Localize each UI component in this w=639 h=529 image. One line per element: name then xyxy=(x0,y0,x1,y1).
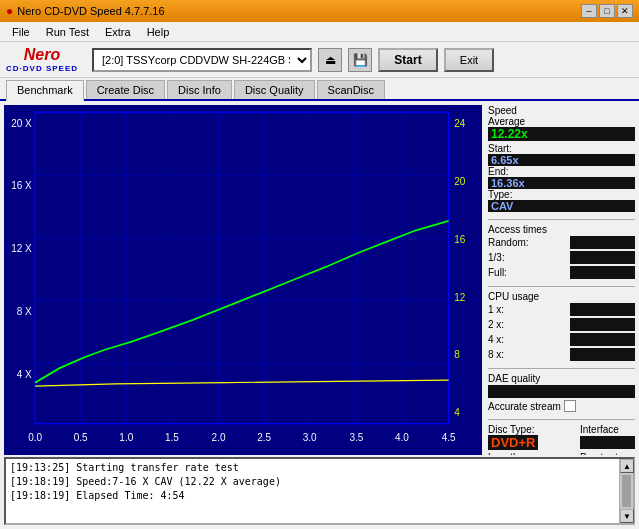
logo-nero: Nero xyxy=(24,46,60,64)
cpu-1x-bar xyxy=(570,303,635,316)
logo: Nero CD·DVD SPEED xyxy=(6,46,78,73)
menu-help[interactable]: Help xyxy=(139,24,178,40)
svg-text:0.0: 0.0 xyxy=(28,431,42,442)
scroll-thumb[interactable] xyxy=(622,475,631,507)
chart-area: 20 X 16 X 12 X 8 X 4 X 24 20 16 12 8 4 xyxy=(4,105,482,455)
cpu-4x-label: 4 x: xyxy=(488,334,504,345)
dae-section: DAE quality Accurate stream xyxy=(488,373,635,412)
menu-bar: File Run Test Extra Help xyxy=(0,22,639,42)
log-entry-2: [19:18:19] Speed:7-16 X CAV (12.22 X ave… xyxy=(10,475,615,489)
svg-text:2.0: 2.0 xyxy=(212,431,226,442)
svg-text:12: 12 xyxy=(454,291,465,302)
menu-run-test[interactable]: Run Test xyxy=(38,24,97,40)
random-label: Random: xyxy=(488,237,529,248)
tab-disc-info[interactable]: Disc Info xyxy=(167,80,232,99)
cpu-section: CPU usage 1 x: 2 x: 4 x: 8 x: xyxy=(488,291,635,361)
cpu-2x-label: 2 x: xyxy=(488,319,504,330)
scroll-up-button[interactable]: ▲ xyxy=(620,459,634,473)
menu-file[interactable]: File xyxy=(4,24,38,40)
accurate-stream-checkbox[interactable] xyxy=(564,400,576,412)
cpu-2x-bar xyxy=(570,318,635,331)
svg-text:20: 20 xyxy=(454,175,465,186)
tab-scan-disc[interactable]: ScanDisc xyxy=(317,80,385,99)
speed-end-value: 16.36x xyxy=(488,177,635,189)
title-bar-left: ● Nero CD-DVD Speed 4.7.7.16 xyxy=(6,4,165,18)
log-entry-1: [19:13:25] Starting transfer rate test xyxy=(10,461,615,475)
interface-label: Interface xyxy=(580,424,619,435)
title-bar: ● Nero CD-DVD Speed 4.7.7.16 – □ ✕ xyxy=(0,0,639,22)
drive-selector[interactable]: [2:0] TSSYcorp CDDVDW SH-224GB SB00 xyxy=(92,48,312,72)
log-scrollbar: ▲ ▼ xyxy=(619,459,633,523)
svg-rect-12 xyxy=(35,112,449,423)
log-entry-3: [19:18:19] Elapsed Time: 4:54 xyxy=(10,489,615,503)
window-title: Nero CD-DVD Speed 4.7.7.16 xyxy=(17,5,164,17)
svg-text:8: 8 xyxy=(454,349,460,360)
cpu-4x-bar xyxy=(570,333,635,346)
svg-text:4 X: 4 X xyxy=(17,368,32,379)
minimize-button[interactable]: – xyxy=(581,4,597,18)
tab-disc-quality[interactable]: Disc Quality xyxy=(234,80,315,99)
svg-text:4: 4 xyxy=(454,407,460,418)
maximize-button[interactable]: □ xyxy=(599,4,615,18)
random-value-bar xyxy=(570,236,635,249)
dae-value-bar xyxy=(488,385,635,398)
tab-benchmark[interactable]: Benchmark xyxy=(6,80,84,101)
window-controls: – □ ✕ xyxy=(581,4,633,18)
length-label: Length: xyxy=(488,452,521,455)
log-area: [19:13:25] Starting transfer rate test [… xyxy=(4,457,635,525)
onethird-value-bar xyxy=(570,251,635,264)
onethird-label: 1/3: xyxy=(488,252,505,263)
speed-type-label: Type: xyxy=(488,189,512,200)
svg-text:4.0: 4.0 xyxy=(395,431,409,442)
burst-label: Burst rate: xyxy=(580,452,626,455)
toolbar: Nero CD·DVD SPEED [2:0] TSSYcorp CDDVDW … xyxy=(0,42,639,78)
svg-text:24: 24 xyxy=(454,117,465,128)
tabs-bar: Benchmark Create Disc Disc Info Disc Qua… xyxy=(0,78,639,101)
disc-type-value: DVD+R xyxy=(488,435,538,450)
svg-text:2.5: 2.5 xyxy=(257,431,271,442)
disc-section: Disc Type: DVD+R Interface Length: 4.38 … xyxy=(488,424,635,455)
logo-subtitle: CD·DVD SPEED xyxy=(6,64,78,73)
eject-icon[interactable]: ⏏ xyxy=(318,48,342,72)
svg-text:12 X: 12 X xyxy=(11,243,32,254)
speed-type-value: CAV xyxy=(488,200,635,212)
speed-end-label: End: xyxy=(488,166,509,177)
speed-label: Speed xyxy=(488,105,517,116)
app-window: ● Nero CD-DVD Speed 4.7.7.16 – □ ✕ File … xyxy=(0,0,639,529)
exit-button[interactable]: Exit xyxy=(444,48,494,72)
access-times-label: Access times xyxy=(488,224,547,235)
stats-panel: Speed Average 12.22x Start: 6.65x End: 1… xyxy=(484,101,639,455)
cpu-1x-label: 1 x: xyxy=(488,304,504,315)
scroll-down-button[interactable]: ▼ xyxy=(620,509,634,523)
speed-start-label: Start: xyxy=(488,143,512,154)
svg-text:16 X: 16 X xyxy=(11,180,32,191)
menu-extra[interactable]: Extra xyxy=(97,24,139,40)
svg-text:3.0: 3.0 xyxy=(303,431,317,442)
cpu-8x-label: 8 x: xyxy=(488,349,504,360)
svg-text:8 X: 8 X xyxy=(17,306,32,317)
main-area: 20 X 16 X 12 X 8 X 4 X 24 20 16 12 8 4 xyxy=(0,101,639,455)
svg-text:0.5: 0.5 xyxy=(74,431,88,442)
accurate-stream-label: Accurate stream xyxy=(488,401,561,412)
accurate-stream-row: Accurate stream xyxy=(488,400,635,412)
svg-text:20 X: 20 X xyxy=(11,117,32,128)
cpu-label: CPU usage xyxy=(488,291,539,302)
speed-average-label: Average xyxy=(488,116,525,127)
svg-text:3.5: 3.5 xyxy=(349,431,363,442)
close-button[interactable]: ✕ xyxy=(617,4,633,18)
cpu-8x-bar xyxy=(570,348,635,361)
dae-label: DAE quality xyxy=(488,373,540,384)
interface-value-bar xyxy=(580,436,635,449)
speed-start-value: 6.65x xyxy=(488,154,635,166)
start-button[interactable]: Start xyxy=(378,48,438,72)
svg-text:1.0: 1.0 xyxy=(119,431,133,442)
full-label: Full: xyxy=(488,267,507,278)
tab-create-disc[interactable]: Create Disc xyxy=(86,80,165,99)
app-icon: ● xyxy=(6,4,13,18)
speed-average-value: 12.22x xyxy=(488,127,635,141)
save-icon[interactable]: 💾 xyxy=(348,48,372,72)
svg-text:16: 16 xyxy=(454,233,465,244)
svg-text:4.5: 4.5 xyxy=(442,431,456,442)
full-value-bar xyxy=(570,266,635,279)
speed-section: Speed Average 12.22x Start: 6.65x End: 1… xyxy=(488,105,635,212)
